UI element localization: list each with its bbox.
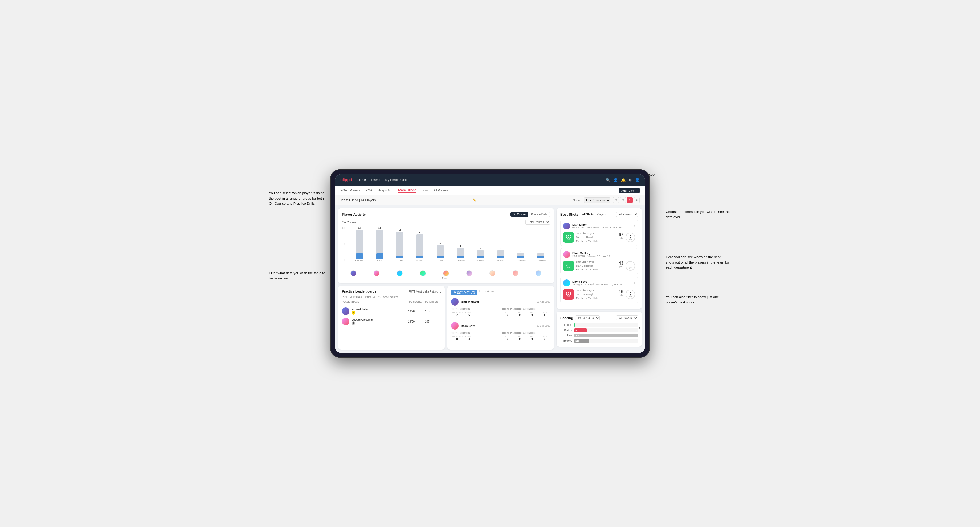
app-header-2: APP (514, 335, 526, 338)
shot-metric-zero-2: 0 yds (625, 261, 635, 271)
shot-info-1: Shot Dist: 67 yds Start Lie: Rough End L… (576, 232, 616, 243)
bar-value: 2 (540, 250, 541, 252)
least-active-tab[interactable]: Least Active (479, 290, 495, 295)
show-label: Show: (573, 198, 581, 202)
bar-group: 10 D. Ford (390, 227, 409, 261)
subnav-tour[interactable]: Tour (422, 189, 428, 193)
shot-badge-num-1: 200 (566, 235, 571, 238)
all-shots-tab[interactable]: All Shots (581, 213, 595, 216)
y-axis: 0 5 10 (342, 227, 346, 261)
player-activity-header: Player Activity On Course Practice Drill… (342, 212, 550, 217)
bell-icon[interactable]: 🔔 (621, 178, 625, 182)
nav-logo: clippd (340, 178, 352, 182)
activity-date-rees: 02 Sep 2023 (536, 324, 550, 327)
player-avatar-edward (342, 318, 349, 325)
search-icon[interactable]: 🔍 (606, 178, 610, 182)
shot-info-2: Shot Dist: 43 yds Start Lie: Rough End L… (576, 260, 616, 271)
shot-dist-1: Shot Dist: 67 yds (576, 232, 616, 235)
shot-avatar-blair (563, 251, 570, 258)
putt-val-2: 0 (538, 338, 550, 340)
shot-metric-val-3: 16 (619, 290, 624, 294)
scoring-par-dropdown[interactable]: Par 3, 4 & 5s (575, 316, 600, 321)
bar-value: 3 (500, 248, 501, 250)
subnav-team-clippd[interactable]: Team Clippd (398, 188, 417, 193)
practice-cols-2: GTT APP ARG PUTT (502, 335, 550, 338)
bar (457, 248, 464, 259)
y-label-10: 10 (342, 227, 346, 229)
right-column: Best Shots All Shots Players All Players (557, 208, 642, 350)
col-pb-score: PB SCORE (409, 300, 425, 303)
bar (477, 251, 484, 259)
player-name-edward: Edward Crossman (352, 318, 373, 321)
bar-highlight (356, 253, 363, 259)
practice-header: Practice (463, 311, 475, 314)
detail-view-icon[interactable]: ≡ (634, 197, 640, 203)
subnav-hcaps[interactable]: Hcaps 1-5 (378, 189, 392, 193)
player-avatar-9 (536, 270, 541, 276)
list-view-icon[interactable]: ⊟ (620, 197, 626, 203)
nav-home[interactable]: Home (357, 178, 366, 182)
team-header: Team Clippd | 14 Players ✏️ Show: Last 3… (335, 195, 645, 205)
shot-item-3[interactable]: David Ford 24 Aug 2023 · Royal North Dev… (560, 276, 638, 303)
bar-label: M. Miller (497, 259, 504, 261)
team-name: Team Clippd | 14 Players (340, 198, 376, 202)
shot-item-2[interactable]: Blair McHarg 23 Jul 2023 · Ashridge GC, … (560, 248, 638, 275)
top-nav: clippd Home Teams My Performance 🔍 👤 🔔 ⊕… (335, 174, 645, 186)
scoring-players-dropdown[interactable]: All Players (616, 316, 638, 321)
shot-player-name-3: David Ford (572, 280, 622, 283)
shot-item-1[interactable]: Matt Miller 09 Jun 2023 · Royal North De… (560, 220, 638, 246)
activity-player-header-1: Blair McHarg 26 Aug 2023 (451, 298, 550, 306)
bar-highlight (457, 256, 464, 259)
annotation-timescale-right: Choose the timescale you wish to see the… (666, 209, 730, 220)
add-circle-icon[interactable]: ⊕ (629, 178, 632, 182)
bar-group: 4 G. Billingham (451, 227, 470, 261)
shot-metrics-3: 16 yds 0 yds (619, 290, 635, 299)
scoring-bar-3: 115 (574, 339, 589, 343)
shot-header-2: Blair McHarg 23 Jul 2023 · Ashridge GC, … (563, 251, 635, 258)
player-avatar-3 (397, 270, 402, 276)
edit-icon[interactable]: ✏️ (473, 198, 476, 202)
practice-activities-label: Total Practice Activities (502, 308, 550, 310)
practice-val-2: 4 (463, 338, 475, 340)
all-players-dropdown[interactable]: All Players (616, 212, 638, 217)
shot-details-1: 200 SG Shot Dist: 67 yds Start Lie: Roug… (563, 232, 635, 243)
leaderboard-header: Practice Leaderboards PUTT Must Make Put… (342, 290, 441, 293)
players-tab[interactable]: Players (595, 213, 607, 216)
timescale-dropdown[interactable]: Last 3 months (584, 197, 610, 203)
player-activity-card: Player Activity On Course Practice Drill… (338, 208, 554, 283)
bar-highlight (396, 256, 403, 259)
player-avatar-7 (490, 270, 495, 276)
on-course-toggle[interactable]: On Course (510, 212, 528, 217)
bar-label: D. Ford (397, 259, 403, 261)
rounds-vals-2: 8 4 (451, 338, 500, 340)
scoring-bar-wrap-2: 499 (574, 334, 638, 338)
total-rounds-group-2: Total Rounds Tournament Practice 8 4 (451, 332, 500, 340)
subnav-pga[interactable]: PGA (366, 189, 372, 193)
bar-group: 2 E. Crossman (512, 227, 530, 261)
leaderboard-dropdown[interactable]: PUTT Must Make Putting ... (408, 290, 441, 293)
nav-teams[interactable]: Teams (371, 178, 380, 182)
shot-metric-unit-3: yds (619, 294, 623, 296)
users-icon[interactable]: 👤 (613, 178, 618, 182)
scoring-label-0: Eagles (560, 323, 572, 326)
grid-view-icon[interactable]: ⊞ (613, 197, 619, 203)
view-icons: ⊞ ⊟ ♥ ≡ (613, 197, 640, 203)
total-rounds-dropdown[interactable]: Total Rounds (525, 220, 550, 225)
subnav-all-players[interactable]: All Players (433, 189, 449, 193)
col-pb-avg: PB AVG SQ (425, 300, 441, 303)
on-course-label: On Course (342, 221, 356, 224)
most-active-tab[interactable]: Most Active (451, 290, 477, 295)
shot-metric-yds-3: 16 yds (619, 290, 624, 299)
shot-dist-3: Shot Dist: 16 yds (576, 289, 616, 292)
heart-view-icon[interactable]: ♥ (627, 197, 633, 203)
scoring-label-3: Bogeys (560, 339, 572, 342)
gtt-header-2: GTT (502, 335, 514, 338)
add-team-button[interactable]: Add Team + (619, 188, 640, 193)
bar-label: G. Billingham (455, 259, 466, 261)
practice-toggle[interactable]: Practice Drills (528, 212, 550, 217)
nav-my-performance[interactable]: My Performance (385, 178, 408, 182)
shot-start-lie-2: Start Lie: Rough (576, 264, 616, 268)
profile-icon[interactable]: 👤 (635, 178, 640, 182)
subnav-pgat[interactable]: PGAT Players (340, 189, 360, 193)
bar-value: 3 (480, 248, 481, 250)
